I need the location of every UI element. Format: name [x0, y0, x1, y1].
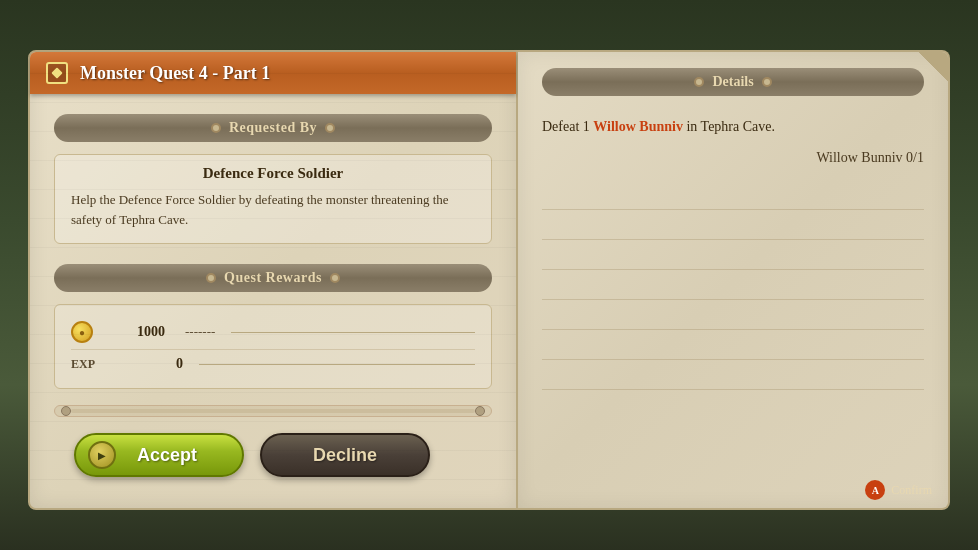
- exp-value: 0: [123, 356, 183, 372]
- confirm-text: Confirm: [891, 483, 932, 498]
- scroll-dot-left: [61, 406, 71, 416]
- exp-reward-row: EXP 0: [71, 350, 475, 378]
- accept-label: Accept: [137, 445, 197, 466]
- requester-box: Defence Force Soldier Help the Defence F…: [54, 154, 492, 244]
- confirm-a-button: A: [865, 480, 885, 500]
- quest-icon-diamond: [51, 67, 62, 78]
- right-panel: Details Defeat 1 Willow Bunniv in Tephra…: [518, 50, 950, 510]
- decline-label: Decline: [313, 445, 377, 466]
- detail-line-6: [542, 332, 924, 360]
- right-panel-content: Details Defeat 1 Willow Bunniv in Tephra…: [518, 52, 948, 408]
- arrow-circle: ▶: [88, 441, 116, 469]
- rewards-box: ● 1000 ------- EXP 0: [54, 304, 492, 389]
- accept-arrow-icon: ▶: [88, 441, 116, 469]
- gold-item-placeholder: -------: [185, 324, 215, 340]
- dialog-container: Monster Quest 4 - Part 1 Requested By De…: [28, 50, 950, 510]
- confirm-hint: A Confirm: [865, 480, 932, 500]
- detail-task-text: Defeat 1 Willow Bunniv in Tephra Cave.: [542, 116, 924, 138]
- requested-by-label: Requested By: [229, 120, 317, 136]
- detail-line-7: [542, 362, 924, 390]
- decline-button[interactable]: Decline: [260, 433, 430, 477]
- requested-by-header: Requested By: [54, 114, 492, 142]
- quest-icon: [46, 62, 68, 84]
- rewards-header: Quest Rewards: [54, 264, 492, 292]
- detail-line-5: [542, 302, 924, 330]
- task-prefix: Defeat 1: [542, 119, 593, 134]
- left-content: Requested By Defence Force Soldier Help …: [30, 114, 516, 493]
- details-label: Details: [712, 74, 753, 90]
- detail-line-3: [542, 242, 924, 270]
- detail-line-4: [542, 272, 924, 300]
- header-dot-right: [325, 123, 335, 133]
- requester-name: Defence Force Soldier: [71, 165, 475, 182]
- detail-lines: [542, 182, 924, 390]
- gold-value: 1000: [105, 324, 165, 340]
- task-count: Willow Bunniv 0/1: [542, 150, 924, 166]
- scroll-dot-right: [475, 406, 485, 416]
- details-header: Details: [542, 68, 924, 96]
- rewards-dot-left: [206, 273, 216, 283]
- detail-line-2: [542, 212, 924, 240]
- detail-line-1: [542, 182, 924, 210]
- exp-label: EXP: [71, 357, 111, 372]
- rewards-dot-right: [330, 273, 340, 283]
- quest-title-bar: Monster Quest 4 - Part 1: [30, 52, 516, 94]
- requester-description: Help the Defence Force Soldier by defeat…: [71, 190, 475, 229]
- rewards-label: Quest Rewards: [224, 270, 322, 286]
- details-dot-left: [694, 77, 704, 87]
- reward-underline: [231, 332, 475, 333]
- header-dot-left: [211, 123, 221, 133]
- task-suffix: in Tephra Cave.: [683, 119, 775, 134]
- quest-title: Monster Quest 4 - Part 1: [80, 63, 270, 84]
- button-row: ▶ Accept Decline: [54, 433, 492, 477]
- task-highlight: Willow Bunniv: [593, 119, 683, 134]
- gold-reward-row: ● 1000 -------: [71, 315, 475, 350]
- confirm-letter: A: [872, 485, 879, 496]
- left-panel: Monster Quest 4 - Part 1 Requested By De…: [28, 50, 518, 510]
- exp-underline: [199, 364, 475, 365]
- coin-icon: ●: [71, 321, 93, 343]
- accept-button[interactable]: ▶ Accept: [74, 433, 244, 477]
- scroll-track: [71, 409, 475, 413]
- details-dot-right: [762, 77, 772, 87]
- scroll-bar[interactable]: [54, 405, 492, 417]
